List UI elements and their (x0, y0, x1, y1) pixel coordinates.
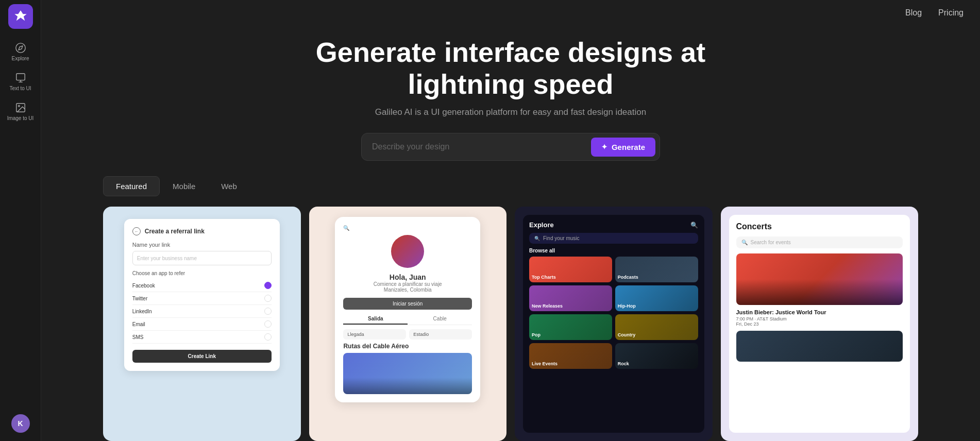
main-content: Blog Pricing Generate interface designs … (41, 0, 980, 441)
card1-name-label: Name your link (132, 242, 272, 248)
svg-rect-2 (16, 74, 25, 80)
card4-event-time: 7:00 PM · AT&T Stadium Fri, Dec 23 (736, 316, 903, 327)
card2-user-subtitle: Comience a planificar su viajeManizales,… (343, 281, 472, 293)
tile-new-releases[interactable]: New Releases (529, 285, 612, 311)
radio-sms: SMS (132, 331, 272, 344)
card1-back-icon: ← (132, 227, 141, 235)
generate-label: Generate (612, 143, 645, 151)
design-search-bar: ✦ Generate (361, 133, 660, 161)
card2-user-avatar (391, 235, 424, 268)
tab-mobile[interactable]: Mobile (160, 176, 208, 196)
radio-email-circle (264, 320, 272, 328)
sidebar-item-explore-label: Explore (12, 56, 29, 62)
logo-icon (13, 9, 28, 24)
tile-podcasts[interactable]: Podcasts (615, 257, 698, 282)
tile-live-events[interactable]: Live Events (529, 343, 612, 369)
card3-header-title: Explore (529, 221, 554, 229)
card3-search-icon: 🔍 (690, 222, 698, 229)
card2-route-image (343, 353, 472, 394)
card4-event-image (736, 253, 903, 305)
hero-subtitle: Galileo AI is a UI generation platform f… (375, 107, 646, 117)
radio-linkedin: LinkedIn (132, 305, 272, 318)
card1-choose-label: Choose an app to refer (132, 270, 272, 276)
sidebar-item-image-to-ui[interactable]: Image to UI (0, 97, 41, 127)
design-search-input[interactable] (372, 142, 586, 151)
card4-search-icon: 🔍 (741, 240, 748, 245)
generate-button[interactable]: ✦ Generate (591, 138, 655, 157)
tile-rock[interactable]: Rock (615, 343, 698, 369)
card1-name-input: Enter your business name (132, 251, 272, 265)
card4-second-image (736, 331, 903, 362)
card1-placeholder: Enter your business name (137, 256, 197, 261)
svg-marker-1 (19, 46, 23, 50)
filter-tabs: Featured Mobile Web (41, 176, 980, 196)
card2-route-title: Rutas del Cable Aéreo (343, 343, 472, 350)
radio-email: Email (132, 318, 272, 331)
radio-linkedin-circle (264, 308, 272, 315)
image-icon (15, 102, 26, 113)
card2-arrival: Estadio (409, 329, 472, 340)
avatar-label: K (18, 419, 23, 428)
card4-title: Concerts (736, 222, 903, 231)
radio-facebook: Facebook (132, 279, 272, 292)
radio-sms-circle (264, 333, 272, 341)
card3-search-bar: 🔍 Find your music (529, 233, 698, 244)
blog-link[interactable]: Blog (905, 8, 922, 18)
tile-charts[interactable]: Top Charts (529, 257, 612, 282)
radio-twitter: Twitter (132, 292, 272, 305)
cards-grid: ← Create a referral link Name your link … (41, 207, 980, 441)
card3-tiles-grid: Top Charts Podcasts New Releases Hip-Hop (529, 257, 698, 369)
tab-web[interactable]: Web (208, 176, 250, 196)
card-music[interactable]: Explore 🔍 🔍 Find your music Browse all T… (515, 207, 713, 441)
sidebar: Explore Text to UI Image to UI K (0, 0, 41, 441)
card1-cta-button[interactable]: Create Link (132, 350, 272, 363)
tile-hiphop[interactable]: Hip-Hop (615, 285, 698, 311)
sidebar-item-image-to-ui-label: Image to UI (7, 115, 34, 122)
card2-search-icon: 🔍 (343, 225, 349, 231)
sparkle-icon: ✦ (601, 143, 607, 151)
hero-title: Generate interface designs at lightning … (305, 36, 717, 100)
sidebar-item-explore[interactable]: Explore (0, 37, 41, 67)
card-concerts[interactable]: Concerts 🔍 Search for events Justin Bieb… (721, 207, 919, 441)
tile-pop[interactable]: Pop (529, 314, 612, 340)
card3-browse-label: Browse all (529, 248, 698, 253)
card-travel[interactable]: 🔍 Hola, Juan Comience a planificar su vi… (309, 207, 507, 441)
sidebar-item-text-to-ui-label: Text to UI (9, 86, 31, 92)
tab-featured[interactable]: Featured (103, 176, 160, 196)
tile-country[interactable]: Country (615, 314, 698, 340)
card1-title: Create a referral link (145, 228, 205, 235)
card2-tab-salida[interactable]: Salida (343, 314, 408, 325)
top-navigation: Blog Pricing (889, 0, 980, 26)
card4-search-bar: 🔍 Search for events (736, 236, 903, 248)
pricing-link[interactable]: Pricing (938, 8, 964, 18)
compass-icon (15, 42, 26, 54)
card-referral[interactable]: ← Create a referral link Name your link … (103, 207, 301, 441)
hero-section: Generate interface designs at lightning … (41, 0, 980, 176)
radio-twitter-circle (264, 295, 272, 302)
edit-icon (15, 72, 26, 83)
card2-user-name: Hola, Juan (343, 273, 472, 281)
app-logo[interactable] (8, 4, 33, 29)
svg-point-0 (15, 43, 25, 53)
card2-login-btn[interactable]: Iniciar sesión (343, 298, 472, 310)
card4-event-name: Justin Bieber: Justice World Tour (736, 309, 903, 315)
svg-point-6 (18, 105, 20, 107)
radio-facebook-circle (264, 282, 272, 289)
card2-tab-cable[interactable]: Cable (408, 314, 472, 325)
user-avatar[interactable]: K (11, 414, 30, 433)
card4-search-placeholder: Search for events (751, 240, 791, 245)
card2-tabs: Salida Cable (343, 314, 472, 325)
card3-search-text: Find your music (543, 235, 580, 241)
sidebar-item-text-to-ui[interactable]: Text to UI (0, 67, 41, 97)
card2-departure: Llegada (343, 329, 406, 340)
